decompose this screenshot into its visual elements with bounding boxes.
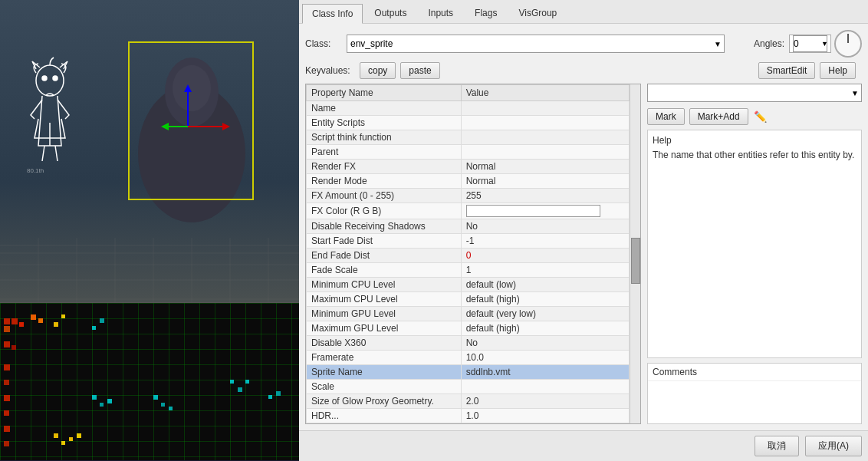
tabs-bar: Class Info Outputs Inputs Flags VisGroup (299, 0, 868, 24)
property-name-cell: Minimum GPU Level (307, 307, 462, 321)
svg-rect-29 (4, 326, 10, 332)
tab-outputs[interactable]: Outputs (364, 3, 416, 23)
pencil-icon[interactable]: ✏️ (753, 109, 768, 124)
viewport-2d[interactable] (0, 303, 299, 460)
property-name-cell: End Fade Dist (307, 249, 462, 263)
svg-rect-52 (4, 395, 10, 401)
table-row[interactable]: Framerate10.0 (307, 351, 630, 365)
svg-rect-28 (12, 318, 18, 324)
right-panel-dropdown[interactable] (647, 84, 862, 102)
help-button[interactable]: Help (820, 62, 856, 79)
svg-rect-58 (69, 437, 73, 441)
viewport-area: 80.1th (0, 0, 299, 461)
svg-rect-46 (238, 387, 242, 392)
scrollbar-track[interactable] (630, 84, 640, 423)
property-name-cell: Disable Receiving Shadows (307, 219, 462, 234)
table-row[interactable]: Minimum CPU Leveldefault (low) (307, 278, 630, 292)
class-dropdown[interactable]: env_sprite (347, 35, 725, 53)
table-row[interactable]: Start Fade Dist-1 (307, 234, 630, 249)
table-row[interactable]: Maximum GPU Leveldefault (high) (307, 321, 630, 336)
class-label: Class: (305, 38, 336, 49)
panel-content: Class: env_sprite ▼ Angles: 0 ▼ (299, 24, 868, 430)
svg-rect-56 (54, 433, 58, 438)
table-row[interactable]: Script think function (307, 130, 630, 145)
angles-label: Angles: (754, 38, 784, 49)
property-value-cell: Normal (461, 174, 629, 189)
table-row[interactable]: Maximum CPU Leveldefault (high) (307, 292, 630, 307)
col-header-value: Value (461, 85, 629, 101)
property-name-cell: Scale (307, 380, 462, 394)
svg-rect-59 (77, 433, 81, 438)
right-side-panel: ▼ Mark Mark+Add ✏️ Help The name that ot… (647, 84, 862, 424)
property-value-cell: -1 (461, 234, 629, 249)
help-title: Help (653, 135, 856, 146)
table-row[interactable]: Render FXNormal (307, 160, 630, 174)
svg-rect-38 (100, 318, 104, 323)
tab-flags[interactable]: Flags (465, 3, 507, 23)
property-name-cell: Parent (307, 145, 462, 160)
property-value-cell (461, 145, 629, 160)
table-row[interactable]: Sprite Namesddlnb.vmt (307, 365, 630, 380)
svg-text:80.1th: 80.1th (27, 167, 44, 174)
svg-rect-33 (31, 314, 36, 320)
table-row[interactable]: Parent (307, 145, 630, 160)
property-table-scroll[interactable]: Property Name Value NameEntity ScriptsSc… (306, 84, 630, 423)
table-row[interactable]: Fade Scale1 (307, 263, 630, 278)
scrollbar-thumb[interactable] (631, 238, 640, 284)
property-table: Property Name Value NameEntity ScriptsSc… (306, 84, 630, 423)
tab-inputs[interactable]: Inputs (418, 3, 463, 23)
property-value-cell: 1.0 (461, 409, 629, 423)
property-value-cell: Normal (461, 160, 629, 174)
svg-rect-57 (61, 441, 65, 445)
property-value-cell: default (very low) (461, 307, 629, 321)
property-name-cell: Maximum CPU Level (307, 292, 462, 307)
paste-button[interactable]: paste (400, 62, 439, 79)
table-row[interactable]: Disable X360No (307, 336, 630, 351)
comments-title: Comments (648, 364, 861, 381)
table-row[interactable]: Name (307, 101, 630, 116)
svg-rect-30 (19, 322, 24, 327)
apply-button[interactable]: 应用(A) (805, 436, 862, 456)
angle-dial[interactable] (834, 30, 862, 58)
property-value-cell: default (high) (461, 321, 629, 336)
keyvalues-label: Keyvalues: (305, 65, 355, 76)
table-row[interactable]: Render ModeNormal (307, 174, 630, 189)
svg-rect-47 (245, 380, 249, 384)
property-name-cell: Sprite Name (307, 365, 462, 380)
property-value-cell: 255 (461, 189, 629, 203)
table-row[interactable]: HDR...1.0 (307, 409, 630, 423)
table-row[interactable]: Scale (307, 380, 630, 394)
property-value-cell: 2.0 (461, 394, 629, 409)
table-row[interactable]: Disable Receiving ShadowsNo (307, 219, 630, 234)
table-row[interactable]: FX Amount (0 - 255)255 (307, 189, 630, 203)
property-value-cell: No (461, 219, 629, 234)
table-row[interactable]: Size of Glow Proxy Geometry.2.0 (307, 394, 630, 409)
svg-rect-34 (38, 318, 43, 323)
svg-rect-53 (4, 410, 9, 416)
table-row[interactable]: Entity Scripts (307, 116, 630, 130)
property-value-cell: default (low) (461, 278, 629, 292)
copy-button[interactable]: copy (360, 62, 396, 79)
angles-dropdown[interactable]: 0 (793, 35, 827, 52)
property-name-cell: Fade Scale (307, 263, 462, 278)
mark-button[interactable]: Mark (647, 108, 685, 125)
mark-add-button[interactable]: Mark+Add (689, 108, 748, 125)
table-row[interactable]: FX Color (R G B) (307, 203, 630, 219)
smart-edit-button[interactable]: SmartEdit (758, 62, 816, 79)
svg-rect-40 (100, 403, 104, 407)
viewport-3d[interactable]: 80.1th (0, 0, 299, 303)
svg-rect-54 (4, 426, 10, 432)
help-section: Help The name that other entities refer … (647, 130, 862, 358)
tab-class-info[interactable]: Class Info (302, 4, 363, 24)
property-value-cell: sddlnb.vmt (461, 365, 629, 380)
table-row[interactable]: Minimum GPU Leveldefault (very low) (307, 307, 630, 321)
col-header-property: Property Name (307, 85, 462, 101)
svg-point-25 (53, 76, 58, 81)
viewport-bg: 80.1th (0, 0, 299, 302)
cancel-button[interactable]: 取消 (755, 436, 799, 456)
property-name-cell: Framerate (307, 351, 462, 365)
tab-visgroup[interactable]: VisGroup (508, 3, 567, 23)
table-row[interactable]: End Fade Dist0 (307, 249, 630, 263)
svg-rect-55 (4, 441, 9, 446)
property-value-cell (461, 116, 629, 130)
